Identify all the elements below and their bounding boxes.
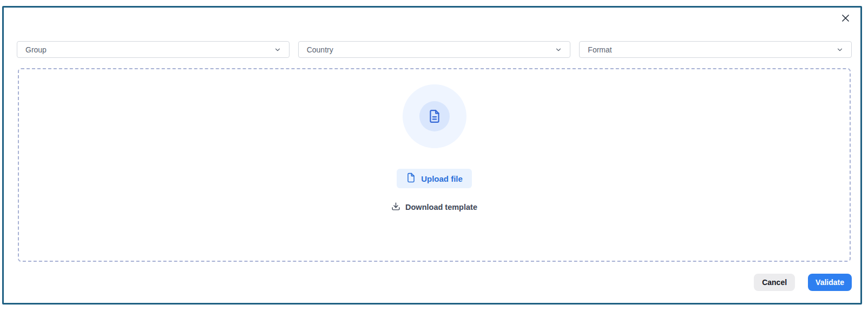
chevron-down-icon bbox=[555, 46, 562, 54]
download-template-button[interactable]: Download template bbox=[391, 202, 477, 213]
file-icon bbox=[406, 173, 416, 184]
filters-row: Group Country Format bbox=[17, 41, 852, 58]
upload-dialog: Group Country Format bbox=[2, 6, 862, 305]
close-button[interactable] bbox=[838, 11, 853, 27]
validate-button[interactable]: Validate bbox=[808, 274, 852, 291]
document-icon bbox=[419, 101, 450, 131]
format-select[interactable]: Format bbox=[579, 41, 852, 58]
chevron-down-icon bbox=[836, 46, 844, 54]
download-template-label: Download template bbox=[405, 203, 477, 211]
dialog-footer: Cancel Validate bbox=[754, 274, 852, 291]
upload-file-button[interactable]: Upload file bbox=[397, 169, 472, 188]
group-select-label: Group bbox=[25, 45, 47, 54]
upload-illustration bbox=[403, 84, 466, 148]
chevron-down-icon bbox=[274, 46, 281, 54]
upload-dropzone[interactable]: Upload file Download template bbox=[18, 68, 851, 262]
download-icon bbox=[391, 202, 400, 213]
close-icon bbox=[840, 13, 851, 25]
country-select-label: Country bbox=[307, 45, 333, 54]
group-select[interactable]: Group bbox=[17, 41, 290, 58]
upload-file-label: Upload file bbox=[421, 174, 463, 183]
cancel-button[interactable]: Cancel bbox=[754, 274, 795, 291]
format-select-label: Format bbox=[588, 45, 611, 54]
country-select[interactable]: Country bbox=[298, 41, 571, 58]
